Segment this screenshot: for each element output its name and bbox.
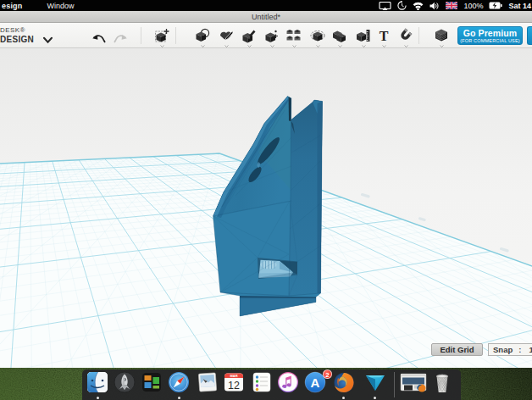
calendar-day-label: 12 xyxy=(228,380,240,392)
menu-window[interactable]: Window xyxy=(47,2,75,10)
autodesk-123d-logo: DESK® DESIGN xyxy=(0,27,34,44)
menu-clock[interactable]: Sat 14 xyxy=(508,2,531,10)
primitives-cube-icon xyxy=(195,28,210,43)
undo-button[interactable] xyxy=(91,31,106,47)
snap-control[interactable]: Snap : 1 xyxy=(488,343,532,356)
snap-label: Snap xyxy=(493,345,513,354)
cropped-button[interactable] xyxy=(527,26,532,45)
modify-cube-plus-tool[interactable] xyxy=(264,28,280,43)
go-premium-label: Go Premium xyxy=(458,28,522,38)
menu-status-area: 100% Sat 14 xyxy=(379,0,532,11)
viewport-3d[interactable]: Edit Grid Snap : 1 xyxy=(0,48,532,368)
dock-app-reminders[interactable] xyxy=(251,371,273,393)
sketch-pencil-tool[interactable] xyxy=(219,28,234,43)
running-indicator-dot xyxy=(178,397,180,399)
transform-cube-tool[interactable] xyxy=(154,28,169,43)
dock-app-123d-design[interactable] xyxy=(364,371,386,393)
measure-ruler-tool[interactable] xyxy=(356,28,371,43)
scene-svg xyxy=(0,48,532,368)
dock-separator xyxy=(394,372,395,397)
text-tool-tool[interactable]: T xyxy=(376,28,391,43)
dock-app-calendar[interactable]: MAR 12 xyxy=(223,371,245,393)
tool-dropdown-caret-icon[interactable] xyxy=(338,45,342,47)
text-tool-icon: T xyxy=(376,28,391,43)
go-premium-button[interactable]: Go Premium (FOR COMMERCIAL USE) xyxy=(457,26,523,45)
toolbar-divider xyxy=(418,27,419,44)
logo-line1: DESK® xyxy=(0,27,34,34)
construct-brush-icon xyxy=(241,28,257,43)
grouping-lasso-tool[interactable] xyxy=(310,28,325,43)
combine-cubes-tool[interactable] xyxy=(332,28,347,43)
menu-bar: esign Window 100% Sat 14 xyxy=(0,0,532,11)
tool-dropdown-caret-icon[interactable] xyxy=(201,45,205,47)
app-store-badge: 2 xyxy=(323,369,332,379)
go-premium-sublabel: (FOR COMMERCIAL USE) xyxy=(458,38,522,43)
snap-separator: : xyxy=(518,345,521,354)
snap-magnet-icon xyxy=(398,28,413,43)
preview-photo-icon xyxy=(197,371,219,393)
main-menu-chevron-icon[interactable] xyxy=(42,32,54,41)
running-indicator-dot xyxy=(342,397,345,399)
edit-grid-button[interactable]: Edit Grid xyxy=(431,343,483,356)
snap-magnet-tool[interactable] xyxy=(398,28,413,43)
tool-dropdown-caret-icon[interactable] xyxy=(382,45,386,47)
window-title-bar[interactable]: Untitled* xyxy=(0,11,532,23)
dock: MAR 12 A xyxy=(82,369,461,400)
menu-app[interactable]: esign xyxy=(2,2,23,10)
itunes-icon xyxy=(277,371,299,393)
toolbar-divider xyxy=(175,27,176,44)
dock-app-firefox[interactable] xyxy=(333,371,355,393)
tool-dropdown-caret-icon[interactable] xyxy=(292,45,296,47)
transform-cube-icon xyxy=(154,28,169,43)
dock-app-finder[interactable] xyxy=(86,371,108,393)
dock-app-trash[interactable] xyxy=(431,371,453,393)
dock-app-itunes[interactable] xyxy=(277,371,299,393)
screen: esign Window 100% Sat 14 xyxy=(0,0,532,400)
dock-app-dashboard-tiles[interactable] xyxy=(141,371,163,393)
reminders-icon xyxy=(251,371,273,393)
pattern-grid-tool[interactable] xyxy=(286,28,302,43)
calendar-month-label: MAR xyxy=(230,374,237,378)
wifi-icon[interactable] xyxy=(413,2,424,10)
battery-charging-icon[interactable] xyxy=(489,2,502,9)
sketch-pencil-icon xyxy=(219,28,234,43)
tool-dropdown-caret-icon[interactable] xyxy=(316,45,320,47)
battery-percent: 100% xyxy=(463,2,483,10)
123d-design-icon xyxy=(364,371,386,393)
material-layers-icon xyxy=(434,28,449,43)
running-indicator-dot xyxy=(374,397,376,399)
firefox-icon xyxy=(333,371,355,393)
snap-value[interactable]: 1 xyxy=(529,345,532,354)
tool-dropdown-caret-icon[interactable] xyxy=(362,45,366,47)
uk-flag-icon[interactable] xyxy=(446,2,457,9)
primitives-cube-tool[interactable] xyxy=(195,28,210,43)
text-tool-glyph: T xyxy=(380,29,389,43)
tool-dropdown-caret-icon[interactable] xyxy=(440,45,444,47)
desktop-wallpaper: MAR 12 A xyxy=(0,368,532,400)
dock-app-minimized-window[interactable] xyxy=(400,371,422,393)
launchpad-icon xyxy=(114,371,136,393)
dock-app-launchpad[interactable] xyxy=(114,371,136,393)
window-title: Untitled* xyxy=(252,13,280,21)
model-3d[interactable] xyxy=(213,97,323,317)
redo-button[interactable] xyxy=(114,31,128,47)
dashboard-tiles-icon xyxy=(141,371,163,393)
tool-dropdown-caret-icon[interactable] xyxy=(404,45,408,47)
tool-dropdown-caret-icon[interactable] xyxy=(270,45,274,47)
material-layers-tool[interactable] xyxy=(434,28,449,43)
tool-dropdown-caret-icon[interactable] xyxy=(224,45,229,47)
finder-icon xyxy=(86,371,108,393)
tool-dropdown-caret-icon[interactable] xyxy=(160,45,164,47)
dock-app-safari[interactable] xyxy=(168,371,190,393)
tool-dropdown-caret-icon[interactable] xyxy=(247,45,252,47)
airplay-display-icon[interactable] xyxy=(379,2,391,10)
pattern-grid-icon xyxy=(286,28,302,43)
volume-icon[interactable] xyxy=(429,2,440,10)
running-indicator-dot xyxy=(97,397,99,399)
safari-icon xyxy=(168,371,190,393)
measure-ruler-icon xyxy=(356,28,371,43)
construct-brush-tool[interactable] xyxy=(241,28,257,43)
time-machine-icon[interactable] xyxy=(397,1,407,10)
dock-app-preview-photo[interactable] xyxy=(197,371,219,393)
calendar-icon: MAR 12 xyxy=(223,371,245,393)
